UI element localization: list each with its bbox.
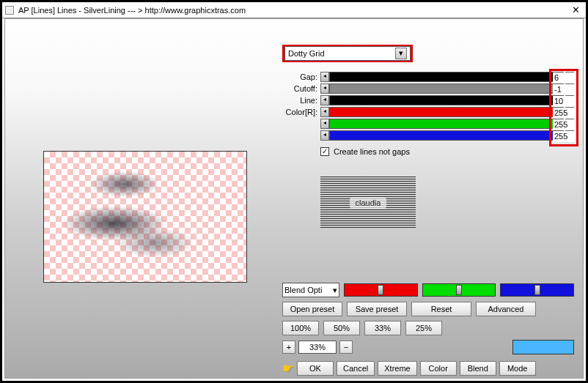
preset-value: Dotty Grid [288,49,325,58]
dec-r[interactable]: ◂ [320,107,329,117]
xtreme-button[interactable]: Xtreme [378,361,416,376]
preset-dropdown[interactable]: Dotty Grid ▾ [282,45,413,62]
claudia-logo: claudia [320,176,416,229]
label-color: Color[R]: [282,108,320,116]
value-column: 6 -1 10 255 255 255 [549,69,578,146]
row-color-g: ◂ ▸ [282,118,574,130]
slider-thumb[interactable] [378,285,383,295]
preview-pane [43,151,247,283]
preset-row: Open preset Save preset Reset Advanced [282,302,574,316]
pct-100-button[interactable]: 100% [282,321,319,335]
row-color-b: ◂ ▸ [282,130,574,141]
row-color-r: Color[R]: ◂ ▸ [282,106,574,118]
zoom-in-button[interactable]: + [282,341,295,354]
value-b[interactable]: 255 [553,131,575,142]
dec-gap[interactable]: ◂ [320,72,329,82]
ok-button[interactable]: OK [297,361,334,376]
value-cutoff[interactable]: -1 [553,84,575,95]
percent-row: 100% 50% 33% 25% [282,321,574,335]
zoom-value[interactable]: 33% [298,341,337,354]
chevron-down-icon: ▾ [333,286,337,295]
window-title: AP [Lines] Lines - SilverLining --- > ht… [18,6,568,15]
app-icon [5,6,14,15]
value-line[interactable]: 10 [553,96,575,107]
pointing-hand-icon: ☛ [282,360,294,376]
slider-r[interactable] [329,107,564,117]
blend-slider-r[interactable] [344,283,418,297]
blend-button[interactable]: Blend [460,361,496,376]
pct-50-button[interactable]: 50% [323,321,360,335]
slider-thumb[interactable] [534,285,540,295]
dec-line[interactable]: ◂ [320,95,329,105]
row-cutoff: Cutoff: ◂ ▸ [282,83,574,94]
value-r[interactable]: 255 [553,108,575,119]
dec-g[interactable]: ◂ [320,119,329,129]
cancel-button[interactable]: Cancel [337,361,375,376]
slider-cutoff[interactable] [329,83,564,94]
row-gap: Gap: ◂ ▸ [282,71,574,83]
label-line: Line: [282,96,320,105]
checkbox-row: ✓ Create lines not gaps [320,147,410,156]
advanced-button[interactable]: Advanced [476,302,536,316]
app-body: Dotty Grid ▾ Gap: ◂ ▸ Cutoff: ◂ ▸ Line: … [4,18,584,379]
label-cutoff: Cutoff: [282,84,320,93]
checkbox-label: Create lines not gaps [334,147,410,156]
dec-b[interactable]: ◂ [320,130,329,141]
close-icon[interactable]: ✕ [568,4,583,15]
label-gap: Gap: [282,72,320,81]
dec-cutoff[interactable]: ◂ [320,83,329,94]
blend-slider-b[interactable] [500,283,574,297]
blend-slider-g[interactable] [422,283,496,297]
chevron-down-icon[interactable]: ▾ [395,48,407,59]
blend-dropdown[interactable]: Blend Opti▾ [282,283,339,297]
slider-gap[interactable] [329,72,564,82]
color-button[interactable]: Color [420,361,457,376]
slider-rows: Gap: ◂ ▸ Cutoff: ◂ ▸ Line: ◂ ▸ Color[R]:… [282,71,574,141]
row-line: Line: ◂ ▸ [282,94,574,106]
reset-button[interactable]: Reset [411,302,471,316]
checkbox-create-lines[interactable]: ✓ [320,147,329,156]
save-preset-button[interactable]: Save preset [347,302,407,316]
slider-g[interactable] [329,119,564,129]
blend-row: Blend Opti▾ [282,283,574,297]
action-row: ☛ OK Cancel Xtreme Color Blend Mode [282,360,574,376]
value-g[interactable]: 255 [553,119,575,130]
title-bar: AP [Lines] Lines - SilverLining --- > ht… [2,2,586,18]
open-preset-button[interactable]: Open preset [282,302,342,316]
mode-button[interactable]: Mode [499,361,536,376]
bottom-panel: Blend Opti▾ Open preset Save preset Rese… [282,283,574,376]
zoom-out-button[interactable]: − [339,341,353,354]
slider-thumb[interactable] [456,285,462,295]
pct-33-button[interactable]: 33% [364,321,401,335]
zoom-row: + 33% − [282,340,574,354]
window: AP [Lines] Lines - SilverLining --- > ht… [0,0,588,383]
slider-b[interactable] [329,130,564,141]
slider-line[interactable] [329,95,564,105]
preview-image [44,152,246,282]
color-swatch[interactable] [512,340,574,354]
pct-25-button[interactable]: 25% [405,321,442,335]
value-gap[interactable]: 6 [553,72,575,83]
